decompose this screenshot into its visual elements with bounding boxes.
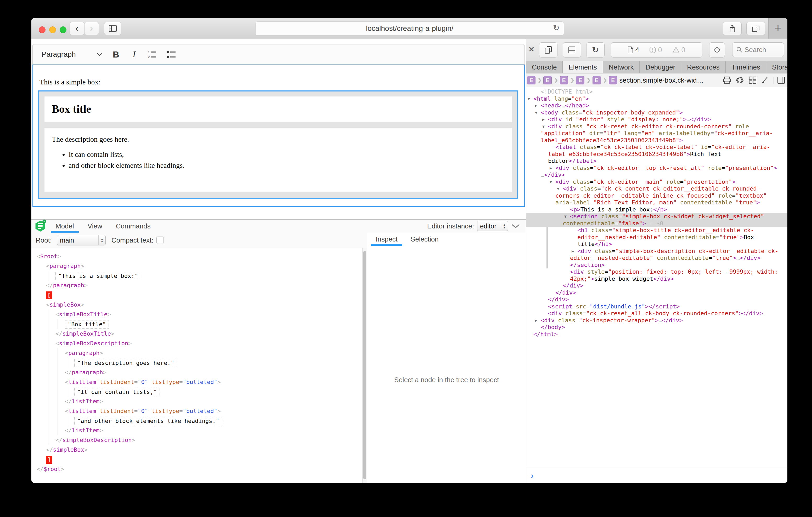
bold-button[interactable]: B — [113, 44, 119, 64]
dom-tree-row[interactable]: aria-label="Rich Text Editor, main" cont… — [526, 199, 787, 206]
expand-node-icon[interactable]: ▶ — [535, 317, 537, 324]
model-text-node[interactable]: "Box title" — [65, 320, 109, 329]
model-tree-row[interactable]: "The description goes here." — [31, 358, 362, 367]
model-text-node[interactable]: "The description goes here." — [74, 359, 177, 367]
dom-tree-row[interactable]: <script src="dist/bundle.js"></script> — [526, 303, 787, 310]
expand-node-icon[interactable]: ▶ — [550, 165, 552, 172]
model-tree-row[interactable]: "This is a simple box:" — [31, 271, 362, 280]
model-tree-row[interactable]: </listItem> — [31, 396, 362, 406]
close-window-button[interactable] — [39, 26, 46, 33]
dom-tree-row[interactable]: ▶<div class="simple-box-description ck-e… — [526, 248, 787, 255]
devtools-tab-debugger[interactable]: Debugger — [640, 61, 681, 73]
dom-tree-row[interactable]: </div> — [526, 282, 787, 290]
breadcrumb-element-badge[interactable]: E — [592, 76, 601, 84]
reload-page-button[interactable]: ↻ — [586, 42, 605, 58]
share-button[interactable] — [723, 22, 742, 35]
expand-node-icon[interactable]: ▶ — [572, 248, 574, 255]
dom-tree-row[interactable]: <label class="ck ck-label ck-voice-label… — [526, 144, 787, 151]
new-tab-button[interactable]: + — [768, 18, 787, 39]
devtools-tab-storage[interactable]: Storage — [766, 61, 787, 73]
search-field[interactable]: Search — [732, 42, 784, 57]
close-devtools-button[interactable]: ✕ — [528, 45, 535, 54]
numbered-list-button[interactable]: 1 2 — [147, 44, 158, 64]
simple-box-widget[interactable]: Box title The description goes here. It … — [38, 90, 518, 199]
side-tab-selection[interactable]: Selection — [410, 233, 440, 246]
dom-tree-row[interactable]: ▶<div id="editor" style="display: none;"… — [526, 116, 787, 123]
model-tree-row[interactable]: <$root> — [31, 251, 362, 261]
model-tree-row[interactable]: <paragraph> — [31, 348, 362, 358]
dom-tree-row[interactable]: ▼<html lang="en"> — [526, 95, 787, 102]
model-tree-row[interactable]: </paragraph> — [31, 280, 362, 290]
tree-scrollbar-thumb[interactable] — [364, 251, 366, 479]
bulleted-list-button[interactable] — [167, 44, 177, 64]
back-button[interactable]: ‹ — [69, 22, 84, 35]
model-text-node[interactable]: "and other block elements like headings.… — [74, 417, 222, 425]
inspector-tab-view[interactable]: View — [87, 219, 103, 233]
dom-tree-row[interactable]: ▼<body class="ck-inspector-body-expanded… — [526, 109, 787, 116]
devtools-tab-timelines[interactable]: Timelines — [726, 61, 766, 73]
dom-tree-row[interactable]: </div> — [526, 290, 787, 296]
model-tree-row[interactable]: <listItem listIndent="0" listType="bulle… — [31, 377, 362, 387]
devtools-tab-resources[interactable]: Resources — [681, 61, 725, 73]
model-text-node[interactable]: "This is a simple box:" — [55, 272, 141, 280]
model-tree-row[interactable]: <simpleBoxDescription> — [31, 338, 362, 348]
dom-tree-row[interactable]: ▼<div class="ck ck-reset ck-editor ck-ro… — [526, 123, 787, 130]
paragraph-dropdown[interactable]: Paragraph — [41, 44, 76, 64]
address-bar[interactable]: localhost/creating-a-plugin/ ↻ — [255, 22, 564, 35]
dom-tree-row[interactable]: …</div> — [526, 172, 787, 179]
issues-summary-button[interactable]: 4 0 0 — [611, 42, 702, 58]
minimize-window-button[interactable] — [49, 26, 56, 33]
inspector-tab-model[interactable]: Model — [54, 219, 75, 233]
dom-tree-row[interactable]: <div style="position: fixed; top: 0px; l… — [526, 268, 787, 275]
devtools-tab-network[interactable]: Network — [603, 61, 640, 73]
model-tree-row[interactable]: "Box title" — [31, 319, 362, 329]
dom-tree-row[interactable]: ▼<div class="ck ck-editor__main" role="p… — [526, 179, 787, 186]
simple-box-description-editable[interactable]: The description goes here. It can contai… — [44, 127, 512, 192]
dom-tree-row[interactable]: label_e63cbbfece34c53ce23501062343f49b8"… — [526, 137, 787, 144]
devtools-tab-console[interactable]: Console — [526, 61, 563, 73]
dom-tree-row[interactable]: ▼<section class="simple-box ck-widget ck… — [526, 213, 787, 220]
editor-instance-select[interactable]: editor ▲▼ — [477, 221, 508, 231]
tab-overview-button[interactable] — [746, 22, 765, 35]
description-paragraph[interactable]: The description goes here. — [45, 128, 512, 144]
styles-brush-icon[interactable] — [761, 77, 768, 84]
collapse-node-icon[interactable]: ▼ — [564, 213, 567, 220]
model-tree-row[interactable]: "It can contain lists," — [31, 387, 362, 396]
print-styles-icon[interactable] — [723, 77, 731, 84]
reload-icon[interactable]: ↻ — [553, 23, 559, 32]
model-tree-row[interactable]: [ — [31, 290, 362, 300]
dom-tree-row[interactable]: <h1 class="simple-box-title ck-editor__e… — [526, 227, 787, 234]
model-text-node[interactable]: "It can contain lists," — [74, 388, 160, 396]
dom-tree-row[interactable]: </body> — [526, 324, 787, 331]
root-select[interactable]: main ▲▼ — [57, 235, 106, 245]
collapse-inspector-chevron-icon[interactable] — [511, 224, 520, 229]
dom-tree-row[interactable]: Editor</label> — [526, 158, 787, 165]
dom-tree-row[interactable]: <div class="ck ck-reset_all ck-body ck-r… — [526, 310, 787, 317]
forward-button[interactable]: › — [84, 22, 99, 35]
collapse-node-icon[interactable]: ▼ — [528, 95, 530, 102]
model-tree-row[interactable]: </listItem> — [31, 426, 362, 435]
dom-tree-row[interactable]: contenteditable="false"> = $0 — [526, 220, 787, 227]
dom-tree-row[interactable]: </div> — [526, 296, 787, 303]
model-tree-row[interactable]: "and other block elements like headings.… — [31, 416, 362, 426]
quick-console[interactable]: › — [526, 467, 787, 483]
breadcrumb-element-badge[interactable]: E — [576, 76, 584, 84]
description-list-item[interactable]: and other block elements like headings. — [68, 161, 512, 170]
model-tree-row[interactable]: </paragraph> — [31, 367, 362, 377]
breadcrumb-element-badge[interactable]: E — [543, 76, 552, 84]
collapse-node-icon[interactable]: ▼ — [550, 179, 552, 186]
breadcrumb-element-badge[interactable]: E — [527, 76, 535, 84]
breadcrumb-selected-node[interactable]: section.simple-box.ck-wid… — [619, 76, 703, 84]
description-list-item[interactable]: It can contain lists, — [68, 150, 512, 159]
dom-tree-row[interactable]: </section> — [526, 262, 787, 269]
compact-text-checkbox[interactable] — [156, 237, 164, 244]
dom-tree-row[interactable]: <p>This is a simple box:</p> — [526, 206, 787, 213]
expand-node-icon[interactable]: ▶ — [542, 116, 545, 123]
model-tree-row[interactable]: <listItem listIndent="0" listType="bulle… — [31, 406, 362, 416]
inspector-tab-commands[interactable]: Commands — [115, 219, 152, 233]
dock-side-button[interactable] — [563, 42, 581, 58]
dom-tree-row[interactable]: label_e63cbbfece34c53ce23501062343f49b8"… — [526, 151, 787, 158]
breadcrumb-element-badge[interactable]: E — [560, 76, 568, 84]
element-picker-button[interactable] — [709, 42, 725, 58]
detach-devtools-button[interactable] — [539, 42, 557, 58]
